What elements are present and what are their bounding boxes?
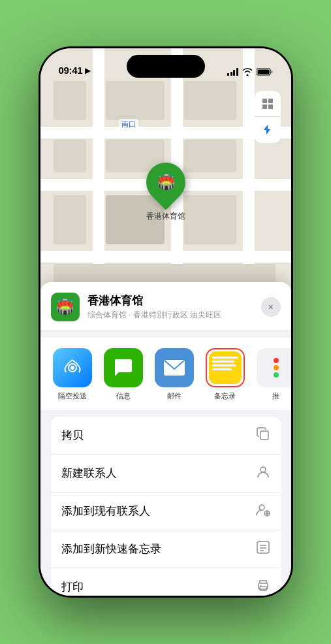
notes-icon — [209, 351, 242, 384]
notes-icon-wrap — [206, 348, 245, 387]
status-icons — [227, 68, 273, 76]
signal-icon — [227, 68, 238, 76]
svg-rect-21 — [260, 587, 266, 590]
phone-screen: 09:41 ▶ — [40, 48, 291, 596]
svg-point-12 — [259, 505, 264, 510]
svg-rect-5 — [262, 105, 267, 109]
battery-icon — [257, 68, 273, 76]
svg-rect-3 — [262, 99, 267, 103]
svg-rect-4 — [268, 99, 273, 103]
svg-point-8 — [71, 366, 74, 370]
status-time: 09:41 — [59, 65, 83, 76]
bottom-sheet: 🏟️ 香港体育馆 综合体育馆 · 香港特别行政区 油尖旺区 × — [40, 282, 291, 596]
action-list: 拷贝 新建联系人 — [51, 417, 281, 596]
share-more[interactable]: 推 — [255, 348, 291, 401]
map-block — [54, 195, 86, 244]
notes-label: 备忘录 — [214, 391, 236, 401]
map-block — [184, 140, 236, 172]
location-button[interactable] — [255, 117, 281, 143]
action-add-existing-label: 添加到现有联系人 — [61, 504, 150, 519]
venue-header: 🏟️ 香港体育馆 综合体育馆 · 香港特别行政区 油尖旺区 × — [40, 282, 291, 331]
add-existing-icon — [256, 502, 270, 520]
action-print-label: 打印 — [61, 579, 84, 594]
svg-point-11 — [260, 467, 266, 472]
svg-rect-16 — [257, 541, 269, 553]
map-block — [54, 81, 86, 120]
new-contact-icon — [256, 464, 270, 482]
action-copy-label: 拷贝 — [61, 428, 84, 443]
venue-map-label: 香港体育馆 — [146, 211, 185, 222]
map-block — [184, 81, 236, 120]
share-mail[interactable]: 邮件 — [153, 348, 196, 401]
share-message[interactable]: 信息 — [102, 348, 145, 401]
action-copy[interactable]: 拷贝 — [51, 417, 281, 455]
share-row: 隔空投送 信息 — [40, 338, 291, 410]
close-button[interactable]: × — [261, 297, 281, 317]
more-icon-wrap — [257, 348, 291, 387]
action-add-notes-label: 添加到新快速备忘录 — [61, 541, 161, 556]
venue-subtitle: 综合体育馆 · 香港特别行政区 油尖旺区 — [87, 310, 253, 321]
action-add-existing[interactable]: 添加到现有联系人 — [51, 492, 281, 530]
mail-label: 邮件 — [167, 391, 181, 401]
venue-icon: 🏟️ — [51, 293, 80, 321]
pin-icon: 🏟️ — [138, 155, 193, 210]
map-block — [54, 140, 86, 172]
venue-title: 香港体育馆 — [87, 293, 253, 308]
location-icon: ▶ — [85, 66, 91, 75]
share-notes[interactable]: 备忘录 — [204, 348, 247, 401]
phone-frame: 09:41 ▶ — [39, 46, 293, 598]
copy-icon — [256, 427, 270, 444]
wifi-icon — [242, 68, 253, 76]
more-label: 推 — [272, 391, 279, 401]
add-notes-icon — [256, 540, 270, 558]
airdrop-label: 隔空投送 — [58, 391, 87, 401]
venue-info: 香港体育馆 综合体育馆 · 香港特别行政区 油尖旺区 — [87, 293, 253, 321]
map-type-button[interactable] — [255, 91, 281, 117]
svg-rect-10 — [260, 431, 268, 440]
map-block — [184, 195, 236, 244]
more-dots-icon — [274, 358, 279, 378]
svg-point-22 — [260, 585, 261, 587]
venue-pin: 🏟️ 香港体育馆 — [146, 163, 185, 222]
svg-rect-1 — [271, 71, 273, 73]
airdrop-icon — [53, 348, 92, 387]
action-print[interactable]: 打印 — [51, 568, 281, 596]
action-new-contact[interactable]: 新建联系人 — [51, 455, 281, 492]
share-airdrop[interactable]: 隔空投送 — [51, 348, 94, 401]
message-icon — [104, 348, 143, 387]
map-label: 南口 — [119, 119, 138, 130]
action-new-contact-label: 新建联系人 — [61, 466, 117, 481]
print-icon — [256, 578, 270, 596]
dynamic-island — [127, 55, 205, 78]
mail-icon — [155, 348, 194, 387]
map-controls — [255, 91, 281, 143]
message-label: 信息 — [116, 391, 131, 401]
svg-rect-2 — [257, 70, 269, 74]
svg-rect-6 — [268, 105, 273, 109]
map-block — [106, 81, 165, 120]
action-add-notes[interactable]: 添加到新快速备忘录 — [51, 530, 281, 568]
